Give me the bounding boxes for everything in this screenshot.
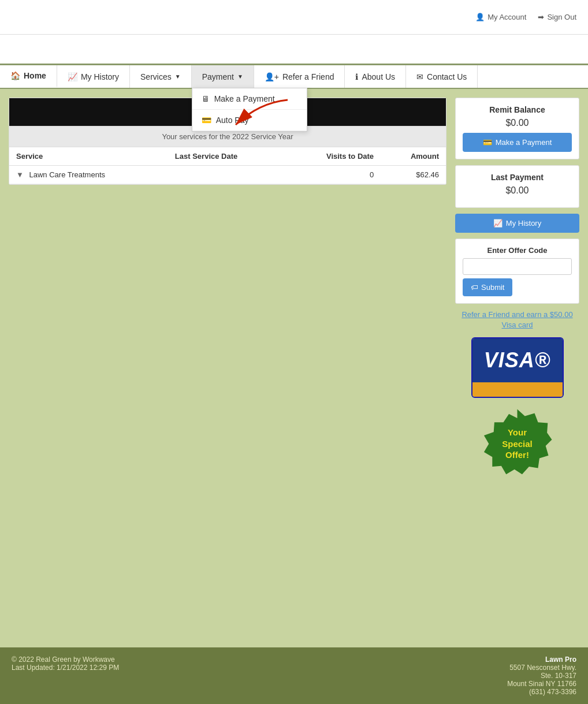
sign-out-label: Sign Out [547, 13, 576, 21]
main-content: Your services for the 2022 Service Year … [0, 89, 588, 647]
nav-contact-us[interactable]: ✉ Contact Us [406, 65, 478, 88]
address-line2: Ste. 10-317 [507, 672, 576, 680]
chart-icon: 📈 [68, 72, 77, 81]
nav-services[interactable]: Services ▼ [130, 65, 192, 88]
nav-home[interactable]: 🏠 Home [0, 65, 57, 88]
history-chart-icon: 📈 [493, 219, 503, 228]
nav-about-us[interactable]: ℹ About Us [345, 65, 406, 88]
my-account-link[interactable]: 👤 My Account [475, 13, 526, 21]
visa-card-top: VISA® [472, 338, 563, 382]
visa-card-bottom [472, 382, 563, 397]
logo-bar [0, 35, 588, 64]
starburst-text: Your Special Offer! [502, 427, 533, 461]
nav-refer-friend[interactable]: 👤+ Refer a Friend [254, 65, 345, 88]
credit-card-icon: 💳 [483, 138, 492, 147]
remit-balance-label: Remit Balance [463, 105, 572, 114]
chevron-down-icon: ▼ [237, 73, 243, 80]
nav-my-history[interactable]: 📈 My History [57, 65, 130, 88]
address-line1: 5507 Nesconset Hwy. [507, 664, 576, 672]
info-icon: ℹ [355, 72, 358, 81]
cell-last-date [168, 166, 286, 184]
last-payment-label: Last Payment [463, 173, 572, 182]
payment-screen-icon: 🖥 [202, 94, 210, 103]
footer-right: Lawn Pro 5507 Nesconset Hwy. Ste. 10-317… [507, 655, 576, 696]
add-person-icon: 👤+ [265, 72, 279, 81]
last-updated-text: Last Updated: 1/21/2022 12:29 PM [12, 664, 119, 672]
offer-code-label: Enter Offer Code [463, 246, 572, 255]
refer-link-container: Refer a Friend and earn a $50.00 Visa ca… [455, 310, 579, 337]
last-payment-box: Last Payment $0.00 [455, 165, 579, 208]
special-offer-starburst: Your Special Offer! [480, 406, 555, 481]
top-bar: 👤 My Account ➡ Sign Out [0, 0, 588, 35]
nav-bar: 🏠 Home 📈 My History Services ▼ Payment ▼… [0, 64, 588, 89]
visa-text: VISA® [484, 348, 551, 373]
remit-balance-box: Remit Balance $0.00 💳 Make a Payment [455, 98, 579, 159]
col-service: Service [9, 147, 168, 166]
sign-out-link[interactable]: ➡ Sign Out [538, 13, 576, 21]
make-payment-button[interactable]: 💳 Make a Payment [463, 133, 572, 152]
cell-visits: 0 [286, 166, 381, 184]
starburst-shape: Your Special Offer! [483, 409, 552, 478]
address-line3: Mount Sinai NY 11766 [507, 680, 576, 688]
company-name: Lawn Pro [507, 655, 576, 664]
mail-icon: ✉ [416, 72, 423, 81]
col-amount: Amount [381, 147, 446, 166]
offer-code-input[interactable] [463, 258, 572, 275]
my-account-label: My Account [487, 13, 526, 21]
right-sidebar: Remit Balance $0.00 💳 Make a Payment Las… [455, 98, 579, 487]
make-payment-option[interactable]: 🖥 Make a Payment [192, 88, 307, 110]
home-icon: 🏠 [10, 71, 20, 80]
auto-pay-option[interactable]: 💳 Auto Pay [192, 110, 307, 131]
nav-container: 🏠 Home 📈 My History Services ▼ Payment ▼… [0, 64, 588, 89]
expand-icon[interactable]: ▼ [16, 170, 24, 179]
submit-button[interactable]: 🏷 Submit [463, 278, 512, 296]
refer-link[interactable]: Refer a Friend and earn a $50.00 Visa ca… [455, 310, 579, 330]
cell-amount: $62.46 [381, 166, 446, 184]
visa-card-graphic: VISA® [471, 337, 564, 398]
phone: (631) 473-3396 [507, 688, 576, 696]
payment-dropdown-menu: 🖥 Make a Payment 💳 Auto Pay [192, 88, 307, 132]
tag-icon: 🏷 [471, 283, 478, 292]
table-row: ▼ Lawn Care Treatments 0 $62.46 [9, 166, 446, 184]
cell-service: ▼ Lawn Care Treatments [9, 166, 168, 184]
col-last-service-date: Last Service Date [168, 147, 286, 166]
sign-out-icon: ➡ [538, 13, 544, 21]
my-history-section: 📈 My History [455, 214, 579, 233]
offer-code-box: Enter Offer Code 🏷 Submit [455, 239, 579, 304]
last-payment-value: $0.00 [463, 185, 572, 196]
service-table: Service Last Service Date Visits to Date… [9, 147, 446, 184]
person-icon: 👤 [475, 13, 485, 21]
footer: © 2022 Real Green by Workwave Last Updat… [0, 647, 588, 704]
card-icon: 💳 [202, 116, 211, 125]
remit-balance-value: $0.00 [463, 118, 572, 128]
nav-payment[interactable]: Payment ▼ 🖥 Make a Payment 💳 Auto Pay [192, 65, 254, 88]
my-history-button[interactable]: 📈 My History [455, 214, 579, 233]
col-visits: Visits to Date [286, 147, 381, 166]
copyright-text: © 2022 Real Green by Workwave [12, 655, 119, 664]
footer-left: © 2022 Real Green by Workwave Last Updat… [12, 655, 119, 672]
chevron-down-icon: ▼ [175, 73, 181, 80]
